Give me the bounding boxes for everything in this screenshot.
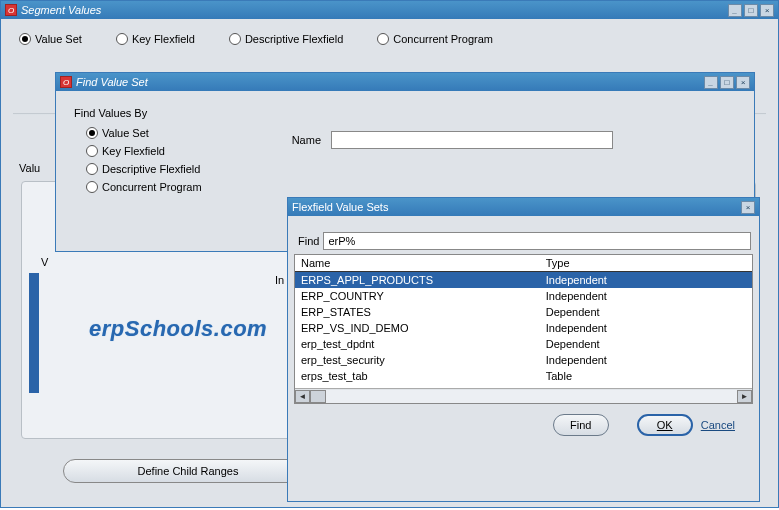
find-values-by-label: Find Values By	[74, 107, 738, 119]
radio-label: Descriptive Flexfield	[245, 33, 343, 45]
table-row[interactable]: erps_test_tabTable	[295, 368, 752, 384]
table-row[interactable]: erp_test_securityIndependent	[295, 352, 752, 368]
cell-name: ERP_COUNTRY	[301, 290, 546, 302]
fvs-radio-value-set[interactable]: Value Set	[86, 127, 202, 139]
flexfield-value-sets-body: Find Name Type ERPS_APPL_PRODUCTSIndepen…	[288, 216, 759, 446]
cell-type: Independent	[546, 274, 746, 286]
cell-name: ERP_STATES	[301, 306, 546, 318]
table-row[interactable]: ERP_VS_IND_DEMOIndependent	[295, 320, 752, 336]
radio-label: Key Flexfield	[102, 145, 165, 157]
radio-key-flexfield[interactable]: Key Flexfield	[116, 33, 195, 45]
button-label: OK	[657, 419, 673, 431]
maximize-icon[interactable]: □	[720, 76, 734, 89]
col-type-header: Type	[546, 257, 746, 269]
cell-type: Independent	[546, 290, 746, 302]
find-value-set-titlebar[interactable]: O Find Value Set _ □ ×	[56, 73, 754, 91]
watermark: erpSchools.com	[89, 316, 267, 342]
cell-type: Independent	[546, 354, 746, 366]
find-input[interactable]	[323, 232, 751, 250]
radio-label: Concurrent Program	[102, 181, 202, 193]
results-grid: Name Type ERPS_APPL_PRODUCTSIndependentE…	[294, 254, 753, 404]
radio-icon	[377, 33, 389, 45]
close-icon[interactable]: ×	[760, 4, 774, 17]
values-section-label: Valu	[19, 162, 40, 174]
radio-icon	[229, 33, 241, 45]
radio-label: Concurrent Program	[393, 33, 493, 45]
segment-values-radio-row: Value Set Key Flexfield Descriptive Flex…	[1, 19, 778, 51]
find-values-by-radios: Value Set Key Flexfield Descriptive Flex…	[86, 127, 202, 193]
find-button[interactable]: Find	[553, 414, 609, 436]
scroll-right-icon[interactable]: ►	[737, 390, 752, 403]
radio-icon	[86, 145, 98, 157]
find-label: Find	[298, 235, 319, 247]
table-row[interactable]: ERP_STATESDependent	[295, 304, 752, 320]
define-child-ranges-button[interactable]: Define Child Ranges	[63, 459, 313, 483]
v-label: V	[41, 256, 48, 268]
flexfield-value-sets-titlebar[interactable]: Flexfield Value Sets ×	[288, 198, 759, 216]
radio-icon	[86, 181, 98, 193]
lov-button-row: Find OK Cancel	[294, 404, 753, 440]
name-label: Name	[292, 134, 321, 146]
oracle-icon: O	[5, 4, 17, 16]
radio-icon	[116, 33, 128, 45]
cell-name: erp_test_dpdnt	[301, 338, 546, 350]
radio-descriptive-flexfield[interactable]: Descriptive Flexfield	[229, 33, 343, 45]
radio-icon	[86, 127, 98, 139]
ok-button[interactable]: OK	[637, 414, 693, 436]
fvs-radio-descriptive-flexfield[interactable]: Descriptive Flexfield	[86, 163, 202, 175]
grid-header: Name Type	[295, 255, 752, 272]
cell-type: Independent	[546, 322, 746, 334]
close-icon[interactable]: ×	[736, 76, 750, 89]
scroll-thumb[interactable]	[310, 390, 326, 403]
cell-type: Dependent	[546, 338, 746, 350]
cancel-button[interactable]: Cancel	[701, 414, 735, 436]
radio-icon	[86, 163, 98, 175]
segment-values-titlebar[interactable]: O Segment Values _ □ ×	[1, 1, 778, 19]
in-label: In	[275, 274, 284, 286]
selected-row-marker	[29, 273, 39, 393]
grid-rows: ERPS_APPL_PRODUCTSIndependentERP_COUNTRY…	[295, 272, 752, 388]
radio-label: Descriptive Flexfield	[102, 163, 200, 175]
radio-label: Value Set	[35, 33, 82, 45]
button-label: Find	[570, 419, 591, 431]
button-label: Cancel	[701, 419, 735, 431]
table-row[interactable]: erp_test_dpdntDependent	[295, 336, 752, 352]
col-name-header: Name	[301, 257, 546, 269]
segment-values-title: Segment Values	[21, 4, 101, 16]
radio-label: Key Flexfield	[132, 33, 195, 45]
fvs-radio-concurrent-program[interactable]: Concurrent Program	[86, 181, 202, 193]
fvs-radio-key-flexfield[interactable]: Key Flexfield	[86, 145, 202, 157]
scroll-track[interactable]	[310, 390, 737, 403]
close-icon[interactable]: ×	[741, 201, 755, 214]
table-row[interactable]: ERPS_APPL_PRODUCTSIndependent	[295, 272, 752, 288]
flexfield-value-sets-title: Flexfield Value Sets	[292, 201, 388, 213]
horizontal-scrollbar[interactable]: ◄ ►	[295, 388, 752, 403]
maximize-icon[interactable]: □	[744, 4, 758, 17]
cell-name: erps_test_tab	[301, 370, 546, 382]
cell-name: erp_test_security	[301, 354, 546, 366]
minimize-icon[interactable]: _	[704, 76, 718, 89]
find-value-set-title: Find Value Set	[76, 76, 148, 88]
minimize-icon[interactable]: _	[728, 4, 742, 17]
button-label: Define Child Ranges	[138, 465, 239, 477]
radio-icon	[19, 33, 31, 45]
table-row[interactable]: ERP_COUNTRYIndependent	[295, 288, 752, 304]
radio-label: Value Set	[102, 127, 149, 139]
oracle-icon: O	[60, 76, 72, 88]
name-input[interactable]	[331, 131, 613, 149]
find-value-set-body: Find Values By Value Set Key Flexfield D…	[56, 91, 754, 205]
scroll-left-icon[interactable]: ◄	[295, 390, 310, 403]
radio-value-set[interactable]: Value Set	[19, 33, 82, 45]
cell-name: ERPS_APPL_PRODUCTS	[301, 274, 546, 286]
cell-name: ERP_VS_IND_DEMO	[301, 322, 546, 334]
flexfield-value-sets-window: Flexfield Value Sets × Find Name Type ER…	[287, 197, 760, 502]
cell-type: Table	[546, 370, 746, 382]
cell-type: Dependent	[546, 306, 746, 318]
radio-concurrent-program[interactable]: Concurrent Program	[377, 33, 493, 45]
